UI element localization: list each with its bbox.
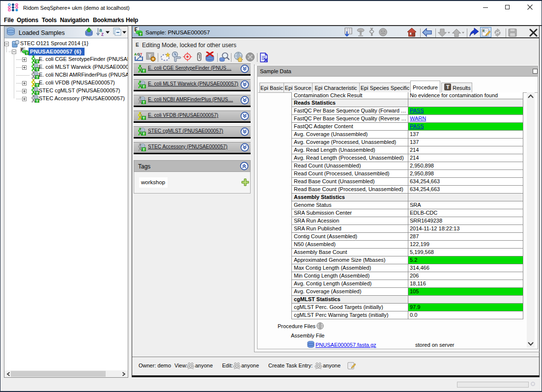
svg-text:T: T	[143, 132, 145, 136]
svg-text:E: E	[483, 29, 485, 32]
svg-text:T: T	[143, 147, 145, 151]
svg-text:T: T	[36, 59, 38, 63]
svg-text:T: T	[36, 99, 38, 103]
svg-text:T: T	[36, 75, 38, 79]
svg-text:T: T	[36, 91, 38, 95]
svg-text:T: T	[26, 51, 29, 55]
svg-text:T: T	[36, 67, 38, 71]
svg-text:T: T	[143, 100, 145, 104]
svg-text:T: T	[143, 84, 145, 88]
svg-text:z: z	[101, 31, 104, 37]
svg-text:T: T	[36, 83, 38, 87]
svg-text:T: T	[143, 116, 145, 120]
svg-text:T: T	[143, 69, 145, 73]
svg-text:T: T	[148, 54, 151, 58]
svg-text:T: T	[140, 32, 142, 36]
